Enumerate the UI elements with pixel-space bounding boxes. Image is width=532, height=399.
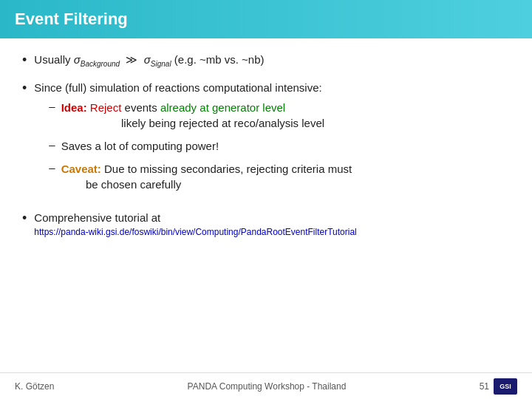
sub-dash-1: –	[49, 100, 55, 112]
already-green-text: already at generator level	[160, 101, 285, 114]
bullet-1: • Usually σBackground ≫ σSignal (e.g. ~m…	[22, 52, 510, 69]
gsi-logo: GSI	[494, 378, 517, 395]
sub-text-saves: Saves a lot of computing power!	[61, 138, 219, 154]
bullet-2-text: Since (full) simulation of reactions com…	[34, 81, 321, 94]
gsi-logo-text: GSI	[499, 383, 511, 390]
tutorial-url[interactable]: https://panda-wiki.gsi.de/foswiki/bin/vi…	[34, 227, 356, 237]
footer-event: PANDA Computing Workshop - Thailand	[188, 381, 347, 392]
sub-text-idea: Idea: Reject events already at generator…	[61, 100, 324, 131]
slide-footer: K. Götzen PANDA Computing Workshop - Tha…	[0, 372, 532, 399]
slide-content: • Usually σBackground ≫ σSignal (e.g. ~m…	[0, 38, 532, 372]
slide-title: Event Filtering	[15, 10, 128, 29]
sub-dash-3: –	[49, 161, 55, 174]
sub-item-idea: – Idea: Reject events already at generat…	[49, 100, 352, 131]
footer-right-section: 51 GSI	[480, 378, 517, 395]
caveat-body: Due to missing secondaries, rejecting cr…	[61, 163, 352, 191]
sigma-background: σBackground	[74, 53, 120, 66]
bullet-2-content: Since (full) simulation of reactions com…	[34, 80, 352, 200]
footer-page-number: 51	[480, 381, 489, 392]
bullet-text-1: Usually σBackground ≫ σSignal (e.g. ~mb …	[34, 52, 264, 69]
slide-header: Event Filtering	[0, 0, 532, 38]
footer-author: K. Götzen	[15, 381, 54, 392]
sub-dash-2: –	[49, 138, 55, 151]
bullet-dot-1: •	[22, 52, 27, 68]
sub-item-saves: – Saves a lot of computing power!	[49, 138, 352, 154]
events-text: events	[125, 101, 160, 114]
bullet-dot-3: •	[22, 211, 27, 226]
sub-bullets-2: – Idea: Reject events already at generat…	[49, 100, 352, 192]
sub-item-caveat: – Caveat: Due to missing secondaries, re…	[49, 161, 352, 192]
bullet-2: • Since (full) simulation of reactions c…	[22, 80, 510, 200]
bullet-3-text: Comprehensive tutorial at	[34, 211, 160, 224]
caveat-label: Caveat:	[61, 163, 101, 175]
bullet-3-content: Comprehensive tutorial at https://panda-…	[34, 210, 356, 237]
bullet-3: • Comprehensive tutorial at https://pand…	[22, 210, 510, 237]
likely-text: likely being rejected at reco/analysis l…	[97, 117, 324, 129]
sub-text-caveat: Caveat: Due to missing secondaries, reje…	[61, 161, 352, 192]
idea-label: Idea:	[61, 101, 87, 114]
bullet-dot-2: •	[22, 81, 27, 96]
slide: Event Filtering • Usually σBackground ≫ …	[0, 0, 532, 399]
sigma-signal: σSignal	[144, 53, 171, 66]
reject-text: Reject	[90, 101, 122, 114]
